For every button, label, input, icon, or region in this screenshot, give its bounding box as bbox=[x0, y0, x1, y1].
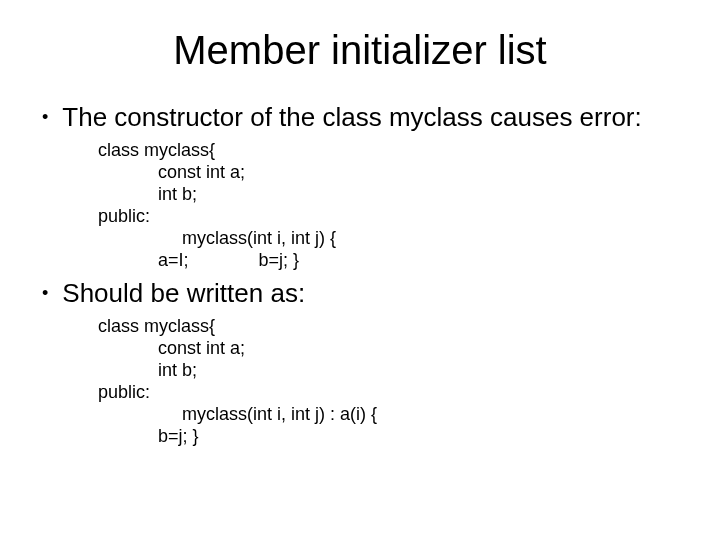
code-block-2: class myclass{ const int a; int b; publi… bbox=[98, 315, 680, 447]
bullet-1-text: The constructor of the class myclass cau… bbox=[62, 101, 641, 133]
code-line: int b; bbox=[98, 183, 680, 205]
slide: Member initializer list • The constructo… bbox=[0, 0, 720, 540]
code-line: class myclass{ bbox=[98, 315, 680, 337]
bullet-1: • The constructor of the class myclass c… bbox=[40, 101, 680, 133]
code-line: public: bbox=[98, 381, 680, 403]
code-line: a=I; b=j; } bbox=[98, 249, 680, 271]
code-block-1: class myclass{ const int a; int b; publi… bbox=[98, 139, 680, 271]
code-line: const int a; bbox=[98, 161, 680, 183]
bullet-2: • Should be written as: bbox=[40, 277, 680, 309]
code-line: myclass(int i, int j) : a(i) { bbox=[98, 403, 680, 425]
code-line: const int a; bbox=[98, 337, 680, 359]
code-line: int b; bbox=[98, 359, 680, 381]
code-line: class myclass{ bbox=[98, 139, 680, 161]
code-line: myclass(int i, int j) { bbox=[98, 227, 680, 249]
bullet-2-text: Should be written as: bbox=[62, 277, 305, 309]
code-line: b=j; } bbox=[98, 425, 680, 447]
slide-title: Member initializer list bbox=[40, 28, 680, 73]
bullet-dot-icon: • bbox=[42, 277, 48, 309]
bullet-dot-icon: • bbox=[42, 101, 48, 133]
code-line: public: bbox=[98, 205, 680, 227]
